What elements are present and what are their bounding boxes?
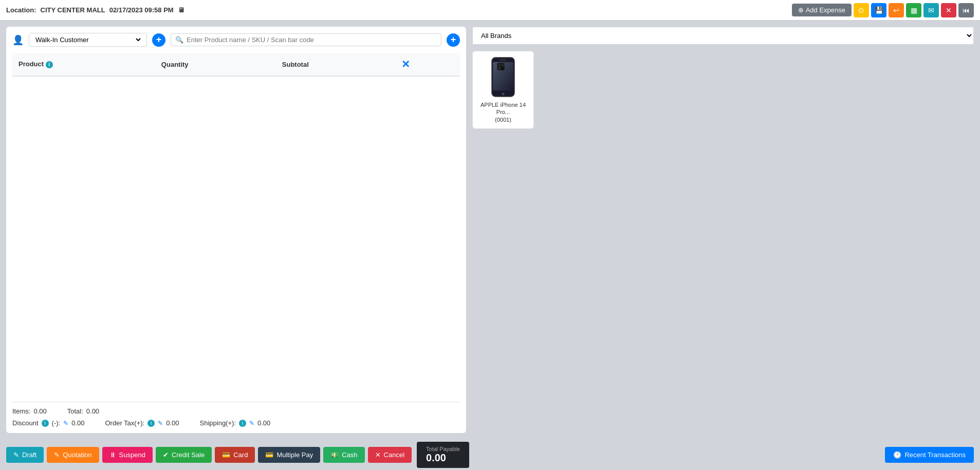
right-panel: All Brands: [472, 27, 974, 433]
svg-rect-4: [500, 59, 506, 61]
location-label: Location:: [6, 6, 36, 14]
customer-icon: 👤: [12, 34, 24, 46]
col-subtotal: Subtotal: [276, 53, 396, 76]
clock-icon: 🕐: [893, 451, 901, 459]
col-quantity: Quantity: [155, 53, 276, 76]
discount-edit-icon[interactable]: ✎: [63, 420, 68, 427]
toolbar-buttons: ⊕ Add Expense ⊙ 💾 ↩ ▦ ✉ ✕ ⏮: [792, 3, 974, 17]
credit-icon: ✔: [163, 451, 169, 459]
card-button[interactable]: 💳 Card: [215, 447, 255, 463]
discount-info-icon[interactable]: i: [42, 420, 49, 427]
monitor-icon: 🖥: [178, 6, 184, 14]
tax-edit-icon[interactable]: ✎: [158, 420, 163, 427]
save-button[interactable]: 💾: [871, 3, 886, 17]
main-container: 👤 Walk-In Customer + 🔍 + Product: [0, 21, 980, 439]
product-image: [485, 57, 521, 98]
summary-row-2: Discount i (-): ✎ 0.00 Order Tax(+): i ✎…: [12, 419, 460, 427]
svg-point-7: [502, 64, 504, 66]
total-payable-box: Total Payable 0.00: [417, 442, 469, 468]
cash-icon: 💵: [330, 451, 339, 459]
add-product-button[interactable]: +: [447, 33, 460, 47]
suspend-icon: ⏸: [109, 451, 116, 459]
product-table-area: Product i Quantity Subtotal ✕: [12, 53, 460, 402]
svg-point-8: [498, 67, 501, 69]
search-icon: 🔍: [175, 36, 183, 44]
shipping-edit-icon[interactable]: ✎: [249, 420, 254, 427]
multiple-pay-button[interactable]: 💳 Multiple Pay: [258, 447, 320, 463]
col-product: Product i: [12, 53, 155, 76]
tax-info-icon[interactable]: i: [147, 420, 155, 427]
brand-select-wrapper: All Brands: [472, 27, 974, 45]
items-summary: Items: 0.00: [12, 407, 47, 415]
shipping-info-icon[interactable]: i: [239, 420, 246, 427]
product-card-name: APPLE iPhone 14 Pro... (0001): [478, 101, 528, 123]
back-button[interactable]: ⏮: [958, 3, 974, 17]
add-expense-button[interactable]: ⊕ Add Expense: [792, 4, 852, 16]
top-bar: Location: CITY CENTER MALL 02/17/2023 09…: [0, 0, 980, 21]
quotation-button[interactable]: ✎ Quotation: [47, 447, 99, 463]
yellow-button[interactable]: ⊙: [854, 3, 869, 17]
close-button[interactable]: ✕: [941, 3, 956, 17]
shipping-summary: Shipping(+): i ✎ 0.00: [200, 419, 271, 427]
product-grid: APPLE iPhone 14 Pro... (0001): [472, 51, 974, 129]
total-summary: Total: 0.00: [67, 407, 99, 415]
svg-point-6: [498, 64, 501, 66]
table-header-row: Product i Quantity Subtotal ✕: [12, 53, 460, 76]
recent-transactions-button[interactable]: 🕐 Recent Transactions: [885, 447, 974, 463]
discount-summary: Discount i (-): ✎ 0.00: [12, 419, 85, 427]
delete-all-icon[interactable]: ✕: [401, 59, 410, 70]
message-button[interactable]: ✉: [923, 3, 939, 17]
order-tax-summary: Order Tax(+): i ✎ 0.00: [105, 419, 179, 427]
datetime: 02/17/2023 09:58 PM: [109, 6, 174, 14]
cancel-button[interactable]: ✕ Cancel: [368, 447, 412, 463]
location-info: Location: CITY CENTER MALL 02/17/2023 09…: [6, 6, 184, 14]
brand-select[interactable]: All Brands: [472, 27, 974, 45]
location-name: CITY CENTER MALL: [41, 6, 105, 14]
product-table: Product i Quantity Subtotal ✕: [12, 53, 460, 231]
credit-sale-button[interactable]: ✔ Credit Sale: [156, 447, 212, 463]
summary-area: Items: 0.00 Total: 0.00 Discount i (-): …: [12, 402, 460, 427]
product-search-wrapper: 🔍: [171, 33, 441, 46]
multiple-pay-icon: 💳: [265, 451, 273, 459]
customer-select[interactable]: Walk-In Customer: [33, 35, 142, 44]
col-delete: ✕: [395, 53, 460, 76]
quotation-icon: ✎: [54, 451, 60, 459]
summary-row-1: Items: 0.00 Total: 0.00: [12, 407, 460, 415]
cancel-icon: ✕: [375, 451, 381, 459]
left-panel: 👤 Walk-In Customer + 🔍 + Product: [6, 27, 466, 433]
search-row: 👤 Walk-In Customer + 🔍 +: [12, 33, 460, 47]
product-card[interactable]: APPLE iPhone 14 Pro... (0001): [472, 51, 534, 129]
draft-icon: ✎: [13, 451, 19, 459]
add-customer-button[interactable]: +: [152, 33, 165, 47]
svg-point-3: [502, 92, 504, 95]
calculator-button[interactable]: ▦: [906, 3, 921, 17]
footer-bar: ✎ Draft ✎ Quotation ⏸ Suspend ✔ Credit S…: [0, 439, 980, 470]
draft-button[interactable]: ✎ Draft: [6, 447, 44, 463]
product-search-input[interactable]: [187, 36, 437, 44]
product-table-body: [12, 76, 460, 230]
cash-button[interactable]: 💵 Cash: [323, 447, 364, 463]
undo-button[interactable]: ↩: [889, 3, 904, 17]
suspend-button[interactable]: ⏸ Suspend: [102, 447, 153, 463]
card-icon: 💳: [222, 451, 230, 459]
product-info-icon[interactable]: i: [46, 61, 53, 68]
customer-select-wrapper: Walk-In Customer: [29, 33, 147, 47]
add-expense-icon: ⊕: [798, 6, 804, 14]
